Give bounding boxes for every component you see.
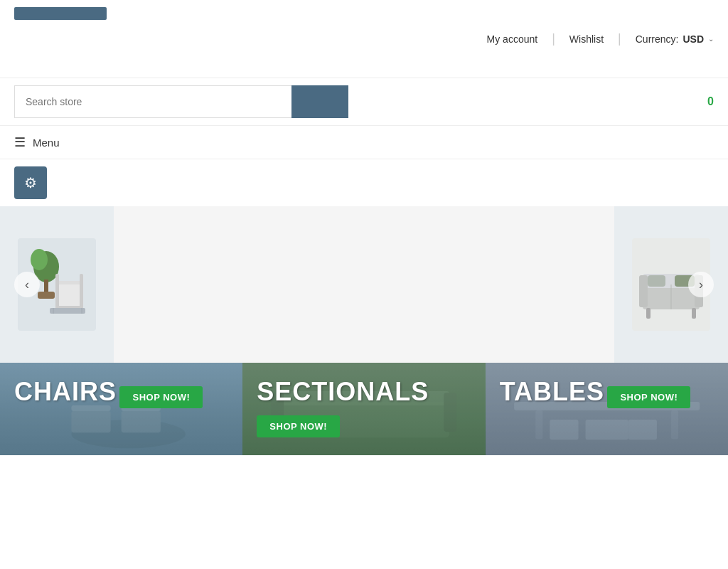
svg-rect-16 bbox=[646, 308, 651, 319]
sectionals-title: SECTIONALS bbox=[257, 377, 429, 406]
carousel-next-button[interactable]: › bbox=[688, 272, 714, 297]
currency-label: Currency: bbox=[636, 33, 679, 45]
svg-rect-14 bbox=[639, 275, 648, 307]
search-input[interactable] bbox=[14, 85, 291, 118]
category-card-sectionals[interactable]: SECTIONALS SHOP NOW! bbox=[242, 363, 485, 455]
top-nav: My account | Wishlist | Currency: USD ⌄ bbox=[487, 31, 714, 46]
nav-divider: | bbox=[552, 31, 555, 46]
categories-section: CHAIRS SHOP NOW! SECTIONALS SHOP NOW! bbox=[0, 363, 728, 455]
svg-rect-17 bbox=[692, 308, 696, 319]
svg-rect-26 bbox=[122, 411, 161, 432]
chairs-title: CHAIRS bbox=[14, 377, 117, 406]
hamburger-icon: ☰ bbox=[14, 134, 26, 150]
svg-rect-35 bbox=[671, 410, 678, 439]
svg-rect-38 bbox=[585, 420, 628, 440]
svg-rect-6 bbox=[55, 274, 59, 309]
sectionals-shop-now-button[interactable]: SHOP NOW! bbox=[257, 415, 340, 437]
svg-point-1 bbox=[31, 249, 48, 270]
tables-content: TABLES SHOP NOW! bbox=[500, 377, 714, 408]
top-bar: My account | Wishlist | Currency: USD ⌄ bbox=[0, 0, 728, 78]
sectionals-content: SECTIONALS SHOP NOW! bbox=[257, 377, 471, 437]
tables-title: TABLES bbox=[500, 377, 604, 406]
svg-rect-24 bbox=[71, 411, 110, 432]
gear-icon: ⚙ bbox=[24, 174, 37, 191]
svg-rect-7 bbox=[80, 274, 83, 309]
carousel-prev-button[interactable]: ‹ bbox=[14, 272, 40, 297]
cart-area: 0 bbox=[707, 95, 714, 108]
category-card-chairs[interactable]: CHAIRS SHOP NOW! bbox=[0, 363, 242, 455]
category-card-tables[interactable]: TABLES SHOP NOW! bbox=[486, 363, 728, 455]
currency-chevron-icon: ⌄ bbox=[708, 35, 714, 43]
svg-rect-3 bbox=[38, 292, 55, 299]
svg-rect-9 bbox=[50, 308, 85, 314]
cart-count: 0 bbox=[707, 95, 714, 108]
settings-button[interactable]: ⚙ bbox=[14, 166, 47, 199]
svg-rect-5 bbox=[57, 284, 82, 306]
svg-rect-36 bbox=[550, 420, 578, 440]
wishlist-link[interactable]: Wishlist bbox=[569, 33, 604, 45]
search-section: 0 bbox=[0, 78, 728, 126]
svg-rect-37 bbox=[628, 420, 656, 440]
currency-selector[interactable]: Currency: USD ⌄ bbox=[636, 33, 714, 45]
currency-value: USD bbox=[682, 33, 704, 45]
svg-rect-34 bbox=[535, 410, 542, 439]
menu-label: Menu bbox=[33, 137, 60, 149]
logo-area bbox=[14, 7, 107, 20]
nav-divider-2: | bbox=[618, 31, 621, 46]
carousel-section: ‹ › bbox=[0, 206, 728, 363]
tables-shop-now-button[interactable]: SHOP NOW! bbox=[607, 386, 690, 408]
menu-toggle[interactable]: ☰ Menu bbox=[14, 134, 714, 150]
svg-rect-20 bbox=[648, 275, 665, 287]
logo-bar bbox=[14, 7, 107, 20]
chairs-content: CHAIRS SHOP NOW! bbox=[14, 377, 228, 408]
search-button[interactable] bbox=[291, 85, 348, 118]
my-account-link[interactable]: My account bbox=[487, 33, 538, 45]
settings-section: ⚙ bbox=[0, 159, 728, 206]
menu-section: ☰ Menu bbox=[0, 126, 728, 159]
svg-rect-4 bbox=[57, 281, 82, 284]
chairs-shop-now-button[interactable]: SHOP NOW! bbox=[119, 386, 203, 408]
